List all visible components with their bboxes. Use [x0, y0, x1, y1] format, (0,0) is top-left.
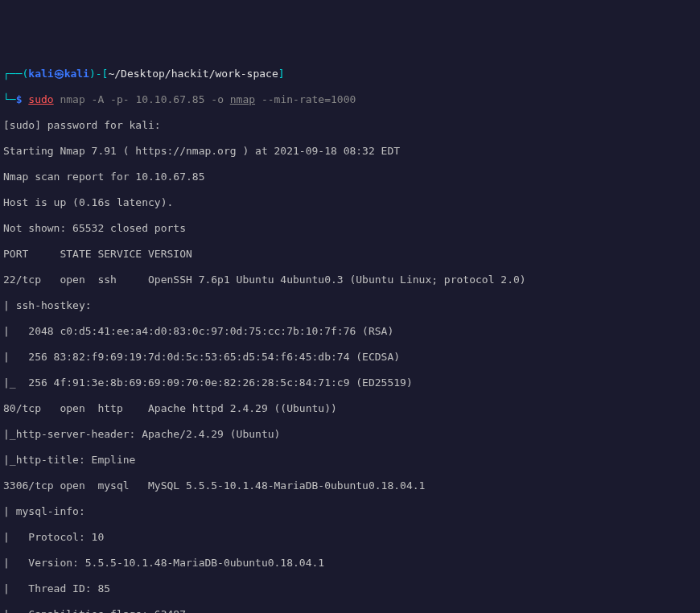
prompt-line-1: ┌──(kali㉿kali)-[~/Desktop/hackit/work-sp… [3, 68, 697, 80]
output-line: 80/tcp open http Apache httpd 2.4.29 ((U… [3, 402, 697, 415]
output-line: Host is up (0.16s latency). [3, 196, 697, 209]
output-line: [sudo] password for kali: [3, 119, 697, 132]
output-line: | Thread ID: 85 [3, 582, 697, 595]
output-line: | mysql-info: [3, 505, 697, 518]
prompt-host: kali [64, 68, 89, 80]
output-line: | Version: 5.5.5-10.1.48-MariaDB-0ubuntu… [3, 557, 697, 570]
output-line: 22/tcp open ssh OpenSSH 7.6p1 Ubuntu 4ub… [3, 274, 697, 286]
prompt-bracket-open: ┌──( [3, 68, 28, 80]
output-line: | Capabilities flags: 63487 [3, 608, 697, 613]
prompt-user: kali [28, 68, 53, 80]
output-line: 3306/tcp open mysql MySQL 5.5.5-10.1.48-… [3, 479, 697, 492]
nmap-args-2: --min-rate=1000 [255, 93, 356, 105]
prompt-at: ㉿ [54, 68, 64, 80]
prompt-bracket-close: )-[ [89, 68, 108, 80]
nmap-output-file: nmap [230, 93, 255, 105]
output-line: |_ 256 4f:91:3e:8b:69:69:09:70:0e:82:26:… [3, 376, 697, 389]
nmap-cmd: nmap [54, 93, 85, 105]
prompt-end-bracket: ] [278, 68, 285, 80]
output-line: | ssh-hostkey: [3, 299, 697, 312]
output-line: PORT STATE SERVICE VERSION [3, 248, 697, 261]
output-line: | Protocol: 10 [3, 531, 697, 544]
nmap-args-1: -A -p- 10.10.67.85 -o [85, 93, 230, 105]
output-line: Not shown: 65532 closed ports [3, 222, 697, 235]
output-line: | 256 83:82:f9:69:19:7d:0d:5c:53:65:d5:5… [3, 351, 697, 364]
output-line: |_http-title: Empline [3, 454, 697, 467]
prompt-line-2: └─$ sudo nmap -A -p- 10.10.67.85 -o nmap… [3, 93, 697, 106]
output-line: |_http-server-header: Apache/2.4.29 (Ubu… [3, 428, 697, 441]
sudo-cmd: sudo [28, 93, 53, 105]
output-line: Nmap scan report for 10.10.67.85 [3, 171, 697, 183]
output-line: Starting Nmap 7.91 ( https://nmap.org ) … [3, 145, 697, 158]
output-line: | 2048 c0:d5:41:ee:a4:d0:83:0c:97:0d:75:… [3, 325, 697, 338]
terminal[interactable]: ┌──(kali㉿kali)-[~/Desktop/hackit/work-sp… [3, 55, 697, 613]
prompt-prefix: └─ [3, 93, 16, 105]
prompt-path: ~/Desktop/hackit/work-space [108, 68, 278, 80]
